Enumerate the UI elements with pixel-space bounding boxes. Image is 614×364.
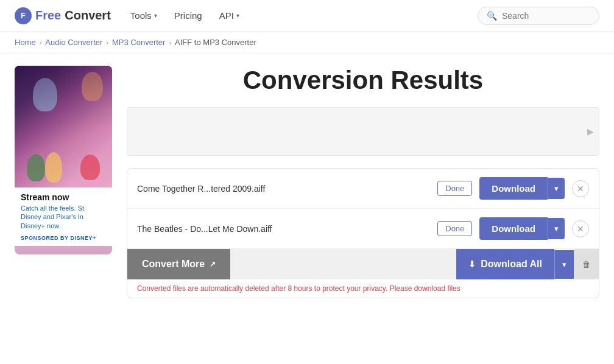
close-icon: ✕ — [577, 184, 584, 194]
remove-file-button[interactable]: ✕ — [572, 180, 589, 197]
file-name: The Beatles - Do...Let Me Down.aiff — [137, 224, 430, 234]
status-badge: Done — [437, 181, 472, 196]
main-content: Disney+ Stream now Catch all the feels. … — [0, 54, 614, 310]
breadcrumb-audio-converter[interactable]: Audio Converter — [45, 38, 102, 47]
ad-image — [15, 66, 112, 187]
ad-sidebar: Disney+ Stream now Catch all the feels. … — [15, 66, 112, 298]
ad-description: Catch all the feels. St Disney and Pixar… — [21, 204, 106, 230]
download-dropdown-button[interactable]: ▾ — [548, 178, 565, 199]
convert-more-button[interactable]: Convert More ↗ — [127, 249, 230, 279]
breadcrumb-sep: › — [169, 39, 171, 46]
logo-convert: Convert — [65, 9, 111, 23]
logo[interactable]: F FreeConvert — [15, 7, 111, 24]
page-title: Conversion Results — [127, 66, 599, 95]
results-panel: Come Together R...tered 2009.aiff Done D… — [127, 168, 599, 298]
delete-all-button[interactable]: 🗑 — [574, 249, 599, 279]
trash-icon: 🗑 — [582, 260, 590, 269]
main-nav: Tools ▾ Pricing API ▾ — [130, 10, 458, 21]
nav-api[interactable]: API ▾ — [219, 10, 239, 21]
ad-headline: Stream now — [21, 192, 106, 202]
download-all-btn-group: ⬇ Download All ▾ — [456, 249, 574, 279]
download-button[interactable]: Download — [479, 217, 548, 240]
status-badge: Done — [437, 221, 472, 236]
breadcrumb-sep: › — [40, 39, 42, 46]
header: F FreeConvert Tools ▾ Pricing API ▾ 🔍 — [0, 0, 614, 32]
remove-file-button[interactable]: ✕ — [572, 220, 589, 237]
ad-marker-icon: ▶ — [587, 127, 594, 136]
footer-notice: Converted files are automatically delete… — [127, 279, 599, 298]
file-name: Come Together R...tered 2009.aiff — [137, 184, 430, 194]
search-box: 🔍 — [478, 7, 599, 25]
breadcrumb-sep: › — [106, 39, 108, 46]
download-all-button[interactable]: ⬇ Download All — [456, 249, 554, 279]
table-row: The Beatles - Do...Let Me Down.aiff Done… — [127, 209, 599, 249]
logo-free: Free — [35, 9, 61, 23]
chevron-down-icon: ▾ — [554, 184, 559, 193]
content-area: Conversion Results ▶ Come Together R...t… — [127, 66, 599, 298]
breadcrumb-mp3-converter[interactable]: MP3 Converter — [112, 38, 165, 47]
download-btn-group: Download ▾ — [479, 177, 565, 200]
download-dropdown-button[interactable]: ▾ — [548, 218, 565, 239]
download-icon: ⬇ — [468, 259, 476, 269]
action-bar-spacer — [230, 249, 456, 279]
chevron-down-icon: ▾ — [236, 12, 239, 19]
chevron-down-icon: ▾ — [154, 12, 157, 19]
download-button[interactable]: Download — [479, 177, 548, 200]
action-bar: Convert More ↗ ⬇ Download All ▾ 🗑 — [127, 249, 599, 279]
ad-banner: ▶ — [127, 107, 599, 156]
download-btn-group: Download ▾ — [479, 217, 565, 240]
download-all-dropdown-button[interactable]: ▾ — [554, 250, 574, 279]
external-link-icon: ↗ — [210, 260, 216, 268]
nav-tools[interactable]: Tools ▾ — [130, 10, 157, 21]
close-icon: ✕ — [577, 224, 584, 234]
breadcrumb-home[interactable]: Home — [15, 38, 36, 47]
table-row: Come Together R...tered 2009.aiff Done D… — [127, 169, 599, 209]
ad-text: Stream now Catch all the feels. St Disne… — [15, 187, 112, 246]
search-icon: 🔍 — [487, 11, 497, 21]
search-input[interactable] — [502, 11, 590, 21]
breadcrumb: Home › Audio Converter › MP3 Converter ›… — [0, 32, 614, 54]
logo-icon: F — [15, 7, 32, 24]
ad-sponsored: SPONSORED BY DISNEY+ — [21, 235, 106, 241]
chevron-down-icon: ▾ — [554, 224, 559, 233]
nav-pricing[interactable]: Pricing — [174, 10, 202, 21]
ad-box[interactable]: Disney+ Stream now Catch all the feels. … — [15, 66, 112, 254]
breadcrumb-current: AIFF to MP3 Converter — [175, 38, 256, 47]
chevron-down-icon: ▾ — [562, 260, 566, 269]
